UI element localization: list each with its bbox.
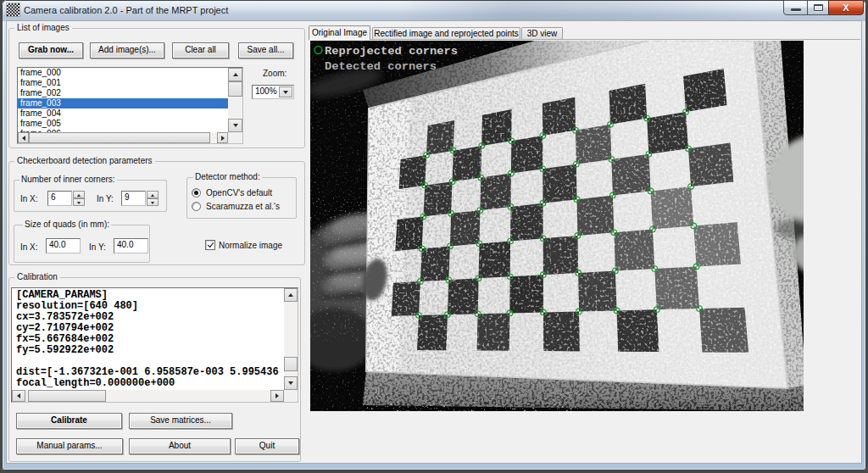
svg-text:Detected corners: Detected corners bbox=[325, 60, 437, 73]
svg-text:Reprojected corners: Reprojected corners bbox=[325, 45, 458, 58]
